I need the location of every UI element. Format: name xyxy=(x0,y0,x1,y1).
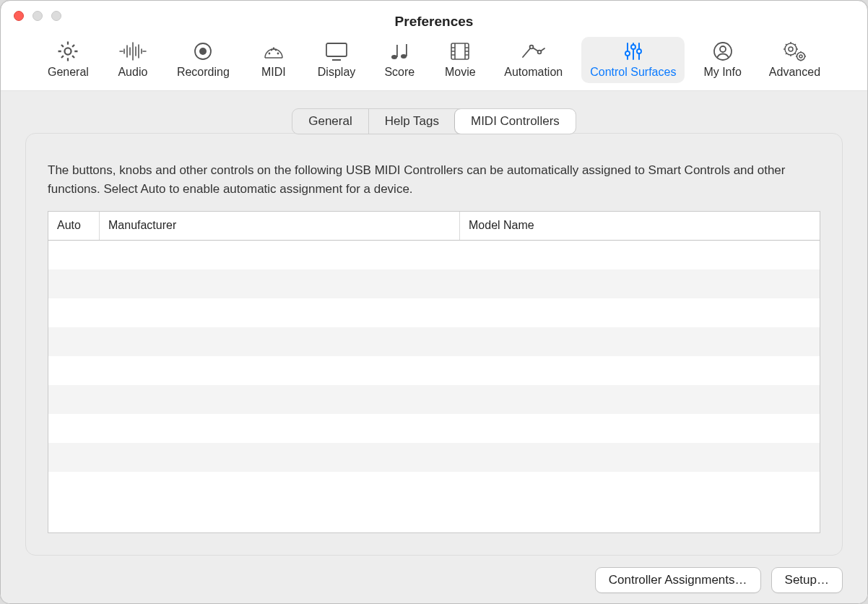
subtab-help-tags[interactable]: Help Tags xyxy=(369,109,455,134)
svg-point-15 xyxy=(537,51,541,54)
svg-point-17 xyxy=(631,45,635,49)
svg-point-24 xyxy=(797,53,805,61)
toolbar-label: Automation xyxy=(504,66,563,79)
subtab-midi-controllers[interactable]: MIDI Controllers xyxy=(454,108,576,134)
display-icon xyxy=(322,40,351,63)
toolbar-label: General xyxy=(48,66,89,79)
preferences-window: Preferences General Audio xyxy=(0,0,868,604)
preferences-toolbar: General Audio Recording xyxy=(1,33,867,91)
column-header-auto[interactable]: Auto xyxy=(48,212,99,240)
svg-point-5 xyxy=(270,49,272,51)
toolbar-item-general[interactable]: General xyxy=(39,37,97,83)
person-circle-icon xyxy=(708,40,737,63)
toolbar-label: Recording xyxy=(177,66,230,79)
column-header-manufacturer[interactable]: Manufacturer xyxy=(99,212,459,240)
content-card: The buttons, knobs and other controls on… xyxy=(25,133,843,556)
gear-icon xyxy=(53,40,82,63)
table-row xyxy=(48,443,820,472)
svg-point-23 xyxy=(799,55,802,58)
sliders-icon xyxy=(619,40,648,63)
toolbar-label: MIDI xyxy=(261,66,286,79)
subtab-general[interactable]: General xyxy=(292,109,368,134)
svg-point-16 xyxy=(625,51,630,56)
svg-point-14 xyxy=(529,46,533,49)
table-body xyxy=(48,241,820,532)
svg-point-0 xyxy=(65,48,71,54)
table-row xyxy=(48,298,820,327)
svg-point-9 xyxy=(391,55,397,59)
toolbar-label: My Info xyxy=(703,66,741,79)
svg-point-4 xyxy=(277,53,279,55)
toolbar-label: Advanced xyxy=(769,66,820,79)
table-row xyxy=(48,269,820,298)
preferences-body: General Help Tags MIDI Controllers The b… xyxy=(1,91,867,603)
controller-assignments-button[interactable]: Controller Assignments… xyxy=(595,567,761,593)
table-row xyxy=(48,241,820,269)
toolbar-item-movie[interactable]: Movie xyxy=(435,37,485,83)
midi-controllers-table[interactable]: Auto Manufacturer Model Name xyxy=(48,211,820,533)
setup-button[interactable]: Setup… xyxy=(771,567,843,593)
column-header-model[interactable]: Model Name xyxy=(459,212,820,240)
toolbar-item-display[interactable]: Display xyxy=(309,37,364,83)
table-row xyxy=(48,356,820,385)
table-row xyxy=(48,385,820,414)
record-icon xyxy=(188,40,217,63)
svg-point-20 xyxy=(720,46,726,52)
titlebar: Preferences xyxy=(1,1,867,33)
toolbar-item-advanced[interactable]: Advanced xyxy=(760,37,829,83)
subtab-segmented-control: General Help Tags MIDI Controllers xyxy=(292,108,576,134)
toolbar-item-recording[interactable]: Recording xyxy=(168,37,238,83)
toolbar-label: Audio xyxy=(118,66,147,79)
toolbar-label: Control Surfaces xyxy=(590,66,676,79)
waveform-icon xyxy=(118,40,147,63)
table-row xyxy=(48,414,820,443)
automation-curve-icon xyxy=(519,40,548,63)
table-header: Auto Manufacturer Model Name xyxy=(48,212,820,241)
midi-port-icon xyxy=(259,40,288,63)
footer: Controller Assignments… Setup… xyxy=(1,556,867,593)
toolbar-item-control-surfaces[interactable]: Control Surfaces xyxy=(581,37,685,83)
toolbar-item-midi[interactable]: MIDI xyxy=(248,37,299,83)
svg-rect-12 xyxy=(406,44,407,56)
table-row xyxy=(48,327,820,356)
svg-point-3 xyxy=(268,53,270,55)
film-icon xyxy=(446,40,474,63)
svg-point-18 xyxy=(637,49,641,53)
svg-rect-8 xyxy=(326,43,347,56)
music-notes-icon xyxy=(385,40,414,63)
gears-icon xyxy=(780,40,809,63)
toolbar-label: Display xyxy=(318,66,355,79)
description-text: The buttons, knobs and other controls on… xyxy=(48,161,820,199)
toolbar-item-score[interactable]: Score xyxy=(374,37,425,83)
toolbar-label: Score xyxy=(384,66,415,79)
toolbar-item-audio[interactable]: Audio xyxy=(108,37,158,83)
svg-point-7 xyxy=(272,48,274,50)
window-title: Preferences xyxy=(1,1,867,33)
table-row xyxy=(48,472,820,501)
svg-point-6 xyxy=(274,49,277,51)
svg-point-21 xyxy=(789,47,793,51)
toolbar-item-automation[interactable]: Automation xyxy=(495,37,571,83)
toolbar-label: Movie xyxy=(445,66,476,79)
svg-rect-10 xyxy=(396,45,398,57)
svg-point-2 xyxy=(199,48,207,55)
svg-point-11 xyxy=(401,54,407,59)
toolbar-item-my-info[interactable]: My Info xyxy=(695,37,750,83)
